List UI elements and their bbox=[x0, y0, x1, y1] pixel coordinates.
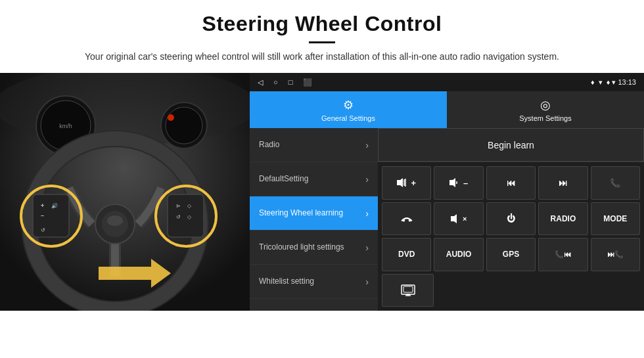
menu-list: Radio › DefaultSetting › Steering Wheel … bbox=[250, 128, 378, 311]
empty-btn-2 bbox=[436, 274, 640, 307]
hang-up-button[interactable] bbox=[382, 202, 431, 236]
page-header: Steering Wheel Control Your original car… bbox=[0, 0, 644, 70]
audio-button[interactable]: AUDIO bbox=[434, 238, 483, 271]
home-icon[interactable]: ○ bbox=[273, 78, 278, 87]
title-divider bbox=[309, 41, 335, 43]
controls-panel: Begin learn + bbox=[378, 128, 644, 311]
volume-down-button[interactable]: – bbox=[434, 166, 483, 200]
svg-rect-13 bbox=[33, 194, 69, 237]
svg-point-6 bbox=[166, 107, 202, 144]
svg-rect-18 bbox=[168, 194, 204, 237]
main-content: km/h bbox=[0, 73, 644, 311]
recents-icon[interactable]: □ bbox=[288, 78, 293, 87]
svg-text:⊳: ⊳ bbox=[176, 203, 181, 209]
chevron-icon: › bbox=[365, 208, 369, 219]
menu-item-default-setting[interactable]: DefaultSetting › bbox=[250, 162, 378, 196]
nav-icons: ◁ ○ □ ⬛ bbox=[258, 78, 312, 87]
svg-rect-35 bbox=[403, 286, 413, 292]
tab-system-label: System Settings bbox=[519, 114, 571, 122]
status-bar: ◁ ○ □ ⬛ ♦ ▾ ♦ ▾ 13:13 bbox=[250, 73, 644, 91]
mute-button[interactable]: × bbox=[434, 202, 483, 236]
begin-learn-button[interactable]: Begin learn bbox=[378, 128, 644, 162]
dvd-button[interactable]: DVD bbox=[382, 238, 431, 271]
tab-system-settings[interactable]: ◎ System Settings bbox=[447, 91, 644, 128]
controls-row-1: + – ⏮ ⏭ 📞 bbox=[382, 166, 640, 200]
controls-row-3: DVD AUDIO GPS 📞⏮ ⏭📞 bbox=[382, 238, 640, 271]
svg-point-31 bbox=[402, 219, 405, 222]
next-track-button[interactable]: ⏭ bbox=[538, 166, 587, 200]
system-settings-icon: ◎ bbox=[540, 98, 551, 112]
svg-text:+: + bbox=[41, 202, 44, 209]
general-settings-icon: ⚙ bbox=[343, 98, 354, 112]
mode-button[interactable]: MODE bbox=[591, 202, 640, 236]
media-button[interactable] bbox=[382, 274, 434, 307]
content-area: Radio › DefaultSetting › Steering Wheel … bbox=[250, 128, 644, 311]
tab-bar: ⚙ General Settings ◎ System Settings bbox=[250, 91, 644, 128]
svg-text:km/h: km/h bbox=[59, 123, 72, 129]
begin-learn-row: Begin learn bbox=[378, 128, 644, 162]
radio-button[interactable]: RADIO bbox=[538, 202, 587, 236]
gps-button[interactable]: GPS bbox=[486, 238, 536, 271]
status-icons: ♦ ▾ ♦ ▾ 13:13 bbox=[591, 78, 636, 87]
svg-marker-29 bbox=[449, 178, 455, 187]
svg-point-32 bbox=[408, 219, 411, 222]
chevron-icon: › bbox=[365, 277, 369, 287]
call-prev-button[interactable]: 📞⏮ bbox=[538, 238, 587, 271]
call-next-button[interactable]: ⏭📞 bbox=[591, 238, 640, 271]
svg-text:↺: ↺ bbox=[41, 227, 45, 233]
screenshot-icon[interactable]: ⬛ bbox=[303, 78, 312, 87]
controls-row-4 bbox=[382, 274, 640, 307]
page-title: Steering Wheel Control bbox=[0, 12, 644, 36]
clock: ♦ ▾ 13:13 bbox=[607, 78, 636, 87]
menu-item-whitelist[interactable]: Whitelist setting › bbox=[250, 265, 378, 299]
power-button[interactable]: ⏻ bbox=[486, 202, 536, 236]
chevron-icon: › bbox=[365, 140, 369, 150]
location-icon: ♦ bbox=[591, 78, 595, 86]
svg-text:↺: ↺ bbox=[176, 214, 181, 220]
volume-up-button[interactable]: + bbox=[382, 166, 431, 200]
controls-grid: + – ⏮ ⏭ 📞 bbox=[378, 162, 644, 311]
menu-item-tricoloured[interactable]: Tricoloured light settings › bbox=[250, 231, 378, 265]
android-unit: ◁ ○ □ ⬛ ♦ ▾ ♦ ▾ 13:13 ⚙ General Settings… bbox=[250, 73, 644, 311]
svg-text:–: – bbox=[41, 212, 44, 219]
page-subtitle: Your original car's steering wheel contr… bbox=[0, 50, 644, 64]
tab-general-label: General Settings bbox=[321, 114, 375, 122]
menu-item-steering-wheel[interactable]: Steering Wheel learning › bbox=[250, 196, 378, 231]
controls-row-2: × ⏻ RADIO MODE bbox=[382, 202, 640, 236]
svg-text:◇: ◇ bbox=[187, 203, 192, 209]
wifi-icon: ▾ bbox=[599, 78, 603, 87]
tab-general-settings[interactable]: ⚙ General Settings bbox=[250, 91, 447, 128]
back-icon[interactable]: ◁ bbox=[258, 78, 263, 87]
svg-marker-33 bbox=[451, 214, 457, 223]
chevron-icon: › bbox=[365, 174, 369, 185]
svg-marker-26 bbox=[397, 178, 403, 187]
svg-point-12 bbox=[107, 215, 123, 226]
call-button[interactable]: 📞 bbox=[591, 166, 640, 200]
svg-text:🔊: 🔊 bbox=[51, 202, 58, 209]
steering-wheel-image: km/h bbox=[0, 73, 250, 311]
svg-text:◇: ◇ bbox=[187, 214, 192, 220]
svg-point-7 bbox=[168, 114, 174, 121]
menu-item-radio[interactable]: Radio › bbox=[250, 128, 378, 162]
chevron-icon: › bbox=[365, 242, 369, 253]
prev-track-button[interactable]: ⏮ bbox=[486, 166, 536, 200]
